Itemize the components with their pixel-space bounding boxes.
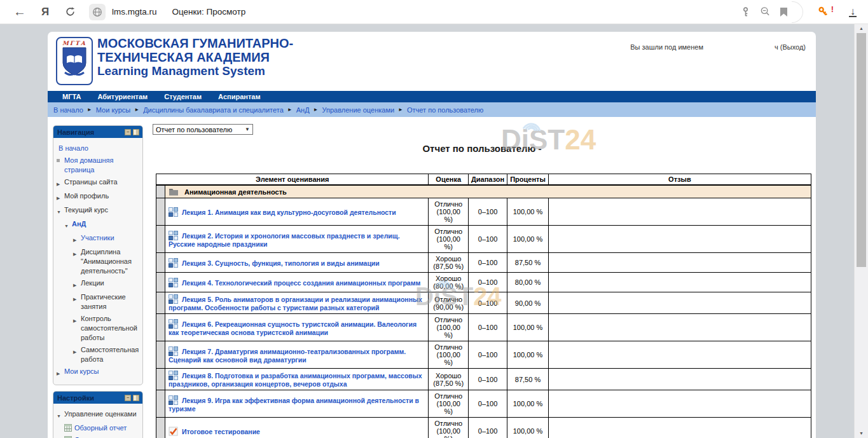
- breadcrumb-link[interactable]: Мои курсы: [96, 106, 130, 114]
- url-text[interactable]: lms.mgta.ru: [112, 7, 157, 17]
- collapse-block-icon[interactable]: −: [125, 395, 131, 401]
- breadcrumb-link[interactable]: Управление оценками: [322, 106, 395, 114]
- bookmark-icon[interactable]: [780, 7, 788, 17]
- navbar-item[interactable]: МГТА: [54, 93, 89, 100]
- indent-cell: [156, 226, 165, 253]
- refresh-button[interactable]: [60, 6, 80, 17]
- lecture-link[interactable]: Лекция 7. Драматургия анимационно-театра…: [169, 348, 406, 364]
- sidebar-item: ▼Управление оценками: [57, 408, 141, 422]
- breadcrumb-separator-icon: ►: [87, 107, 92, 113]
- report-page-title: Отчет по пользователю -: [153, 143, 811, 154]
- expand-icon[interactable]: ▶: [73, 278, 81, 290]
- sidebar-item[interactable]: Отчет по пользователю: [57, 434, 141, 438]
- expand-icon[interactable]: ▶: [73, 292, 81, 311]
- item-name-cell: Лекция 5. Роль аниматоров в организации …: [165, 292, 429, 314]
- item-name-cell: Итоговое тестирование: [165, 418, 429, 438]
- lecture-link[interactable]: Лекция 4. Технологический процесс создан…: [182, 279, 420, 287]
- quiz-link[interactable]: Итоговое тестирование: [182, 428, 260, 435]
- report-type-select[interactable]: Отчет по пользователю ▼: [153, 124, 253, 135]
- breadcrumb-link[interactable]: Дисциплины бакалавриата и специалитета: [143, 106, 284, 114]
- sidebar-item: ▶Лекции: [57, 277, 141, 291]
- password-key-icon[interactable]: [740, 6, 751, 18]
- expand-icon[interactable]: ▶: [57, 367, 64, 378]
- sidebar-item[interactable]: В начало: [57, 142, 141, 154]
- breadcrumb-link[interactable]: В начало: [53, 106, 83, 114]
- navbar-item[interactable]: Аспирантам: [210, 93, 268, 100]
- grade-percent-text: (90,00 %): [432, 303, 465, 311]
- breadcrumb-separator-icon: ►: [398, 107, 403, 113]
- grade-text: Отлично: [432, 343, 465, 351]
- downloads-button[interactable]: ↓: [849, 6, 857, 17]
- zoom-icon[interactable]: [760, 6, 771, 17]
- navigation-block-header: Навигация −: [53, 126, 142, 138]
- range-cell: 0–100: [468, 253, 507, 273]
- expand-icon[interactable]: ▶: [57, 177, 64, 189]
- percent-cell: 100,00 %: [507, 341, 549, 369]
- lesson-icon: [169, 207, 178, 217]
- grade-percent-text: (100,00 %): [432, 208, 465, 223]
- scroll-up-arrow[interactable]: ▲: [855, 24, 868, 33]
- collapse-block-icon[interactable]: −: [125, 129, 131, 135]
- dock-block-icon[interactable]: [133, 395, 139, 401]
- collapse-icon[interactable]: ▼: [57, 205, 64, 217]
- sidebar-item[interactable]: Моя домашняя страница: [57, 154, 141, 176]
- lecture-link[interactable]: Лекция 3. Сущность, функция, типология и…: [182, 259, 380, 267]
- expand-icon[interactable]: ▶: [73, 345, 81, 364]
- yandex-logo-button[interactable]: Я: [34, 6, 56, 18]
- percent-cell: 90,00 %: [507, 292, 549, 314]
- percent-cell: 87,50 %: [507, 369, 549, 390]
- navigation-block-title: Навигация: [57, 128, 123, 136]
- sidebar-item[interactable]: ▼АнД: [57, 218, 141, 232]
- academy-logo[interactable]: МГТА: [56, 37, 93, 85]
- grade-percent-text: (80,00 %): [432, 282, 465, 290]
- navbar-item[interactable]: Абитуриентам: [89, 93, 156, 100]
- page-scrollbar[interactable]: ▲ ▼: [854, 24, 868, 438]
- site-title-line2: ТЕХНИЧЕСКАЯ АКАДЕМИЯ: [97, 50, 293, 64]
- grade-text: Отлично: [432, 420, 465, 427]
- back-button[interactable]: ←: [10, 4, 29, 19]
- sidebar: Навигация − В началоМоя домашняя страниц…: [53, 125, 143, 438]
- logo-text: МГТА: [57, 40, 92, 46]
- collapse-icon[interactable]: ▼: [64, 219, 72, 231]
- expand-icon[interactable]: ▶: [57, 191, 64, 203]
- password-alert-icon[interactable]: !: [817, 6, 830, 18]
- lecture-link[interactable]: Лекция 8. Подготовка и разработка анимац…: [169, 372, 422, 388]
- sidebar-item: ▶Мой профиль: [57, 190, 141, 204]
- breadcrumb-link[interactable]: АнД: [296, 106, 310, 114]
- folder-icon: [169, 188, 179, 196]
- lecture-link[interactable]: Лекция 9. Игра как эффективная форма ани…: [169, 397, 419, 413]
- grade-cell: Хорошо(80,00 %): [429, 273, 469, 292]
- lecture-link[interactable]: Лекция 6. Рекреационная сущность туристс…: [169, 320, 417, 336]
- lecture-link[interactable]: Лекция 1. Анимация как вид культурно-дос…: [182, 209, 396, 216]
- lecture-link[interactable]: Лекция 5. Роль аниматоров в организации …: [169, 296, 422, 311]
- sidebar-item-label: Самостоятельная работа: [81, 345, 141, 364]
- collapse-icon[interactable]: ▼: [57, 409, 64, 421]
- browser-page-title: Оценки: Просмотр: [172, 7, 246, 17]
- sidebar-item[interactable]: ▶Мои курсы: [57, 366, 141, 380]
- feedback-cell: [548, 369, 811, 390]
- scroll-down-arrow[interactable]: ▼: [855, 429, 868, 438]
- dock-block-icon[interactable]: [133, 129, 139, 135]
- breadcrumb-link[interactable]: Отчет по пользователю: [407, 106, 483, 114]
- percent-cell: 100,00 %: [507, 198, 549, 226]
- scrollbar-thumb[interactable]: [857, 33, 866, 267]
- settings-block-body: ▼Управление оценками Обзорный отчет Отче…: [53, 404, 142, 438]
- logout-link[interactable]: ч (Выход): [775, 43, 806, 51]
- indent-cell: [156, 314, 165, 341]
- sidebar-item-label: Текущий курс: [64, 205, 108, 217]
- sidebar-item[interactable]: Обзорный отчет: [57, 422, 141, 434]
- lecture-link[interactable]: Лекция 2. История и хронология массовых …: [169, 232, 400, 248]
- navbar-item[interactable]: Студентам: [156, 93, 210, 100]
- feedback-cell: [548, 390, 811, 418]
- expand-icon[interactable]: ▶: [73, 247, 81, 276]
- sidebar-item[interactable]: ▶Участники: [57, 232, 141, 246]
- report-type-value: Отчет по пользователю: [156, 126, 245, 133]
- sidebar-item-label: Управление оценками: [64, 409, 137, 421]
- page-card: МГТА МОСКОВСКАЯ ГУМАНИТАРНО- ТЕХНИЧЕСКАЯ…: [48, 32, 816, 438]
- lesson-icon: [169, 231, 178, 240]
- category-label[interactable]: Анимационная деятельность: [184, 188, 287, 196]
- expand-icon[interactable]: ▶: [73, 233, 81, 245]
- site-icon-chip[interactable]: [89, 4, 106, 20]
- expand-icon[interactable]: ▶: [73, 314, 81, 343]
- table-row: Лекция 5. Роль аниматоров в организации …: [156, 292, 811, 314]
